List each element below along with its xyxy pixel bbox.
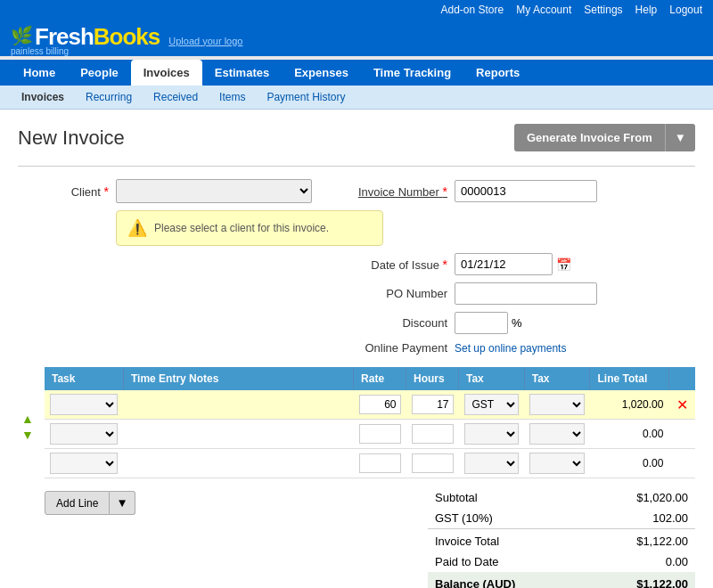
calendar-icon[interactable]: 📅 — [556, 257, 571, 272]
nav-estimates[interactable]: Estimates — [202, 60, 282, 86]
invoice-number-field — [455, 180, 695, 202]
balance-label: Balance (AUD) — [428, 572, 586, 588]
client-invoice-row: Client * Invoice Number * — [18, 179, 695, 203]
nav-reports[interactable]: Reports — [463, 60, 532, 86]
secondary-nav: Invoices Recurring Received Items Paymen… — [0, 86, 713, 110]
row1-tax2 — [524, 390, 590, 420]
add-line-dropdown[interactable]: ▼ — [110, 491, 135, 515]
row2-delete — [668, 420, 695, 449]
page-title: New Invoice — [18, 127, 125, 150]
date-label: Date of Issue * — [356, 257, 455, 272]
generate-invoice-dropdown[interactable]: ▼ — [665, 124, 695, 151]
alert-text: Please select a client for this invoice. — [154, 222, 329, 234]
rate-input-3[interactable] — [359, 453, 401, 473]
my-account-link[interactable]: My Account — [516, 4, 571, 16]
tax1-select-1[interactable]: GST — [464, 394, 520, 415]
primary-nav: Home People Invoices Estimates Expenses … — [0, 60, 713, 86]
percent-sign: % — [512, 316, 522, 330]
task-select-3[interactable] — [50, 453, 118, 474]
subnav-received[interactable]: Received — [143, 86, 209, 109]
hours-input-3[interactable] — [412, 453, 454, 473]
logout-link[interactable]: Logout — [669, 4, 702, 16]
balance-row: Balance (AUD) $1,122.00 — [428, 572, 695, 588]
gst-row: GST (10%) 102.00 — [428, 508, 695, 529]
nav-people[interactable]: People — [68, 60, 131, 86]
subnav-payment-history[interactable]: Payment History — [256, 86, 356, 109]
paid-value: 0.00 — [586, 551, 695, 572]
settings-link[interactable]: Settings — [584, 4, 622, 16]
row1-tax1: GST — [459, 390, 525, 420]
th-tax1: Tax — [459, 367, 525, 390]
hours-input-1[interactable] — [412, 395, 454, 414]
subnav-items[interactable]: Items — [209, 86, 256, 109]
help-link[interactable]: Help — [635, 4, 658, 16]
client-select[interactable] — [116, 179, 312, 203]
rate-input-1[interactable] — [359, 395, 401, 414]
generate-invoice-group: Generate Invoice From ▼ — [514, 124, 695, 151]
bottom-row: Add Line ▼ Subtotal $1,020.00 GST (10%) — [45, 487, 695, 588]
header: 🌿 FreshBooks painless billing Upload you… — [0, 20, 713, 56]
invoice-number-label: Invoice Number * — [356, 184, 455, 199]
subnav-invoices[interactable]: Invoices — [11, 86, 75, 109]
nav-invoices[interactable]: Invoices — [131, 60, 202, 86]
logo-text: FreshBooks — [35, 25, 160, 48]
nav-expenses[interactable]: Expenses — [282, 60, 361, 86]
task-select-1[interactable] — [50, 394, 118, 415]
notes-input-2[interactable] — [128, 425, 348, 443]
row3-tax1 — [459, 449, 525, 478]
subtotal-row: Subtotal $1,020.00 — [428, 487, 695, 508]
page-title-row: New Invoice Generate Invoice From ▼ — [18, 124, 695, 151]
po-label: PO Number — [356, 287, 455, 300]
date-input[interactable] — [455, 253, 553, 275]
generate-invoice-button[interactable]: Generate Invoice From — [514, 124, 665, 151]
subtotal-value: $1,020.00 — [586, 487, 695, 508]
subnav-recurring[interactable]: Recurring — [75, 86, 143, 109]
nav-time-tracking[interactable]: Time Tracking — [361, 60, 463, 86]
tax2-select-1[interactable] — [529, 394, 585, 415]
rate-input-2[interactable] — [359, 424, 401, 444]
move-down-icon[interactable]: ▼ — [21, 428, 34, 442]
tax1-select-3[interactable] — [464, 453, 520, 474]
client-required: * — [104, 184, 109, 199]
po-row: PO Number — [18, 282, 695, 305]
balance-value: $1,122.00 — [586, 572, 695, 588]
invoice-total-row: Invoice Total $1,122.00 — [428, 529, 695, 552]
tax2-select-2[interactable] — [529, 423, 585, 445]
notes-input-3[interactable] — [128, 454, 348, 472]
move-up-icon[interactable]: ▲ — [21, 412, 34, 426]
client-alert: ⚠️ Please select a client for this invoi… — [116, 210, 383, 246]
invoice-form: Client * Invoice Number * ⚠️ Ple — [18, 166, 695, 588]
tax2-select-3[interactable] — [529, 453, 585, 474]
th-tax2: Tax — [524, 367, 590, 390]
hours-input-2[interactable] — [412, 424, 454, 444]
table-row: 0.00 — [45, 420, 695, 449]
delete-row-1-icon[interactable]: ✕ — [676, 397, 688, 412]
add-line-button[interactable]: Add Line — [45, 491, 110, 515]
invoice-number-group: Invoice Number * — [356, 180, 695, 202]
invoice-table-body: GST 1,020.00 ✕ — [45, 390, 695, 478]
upload-logo-link[interactable]: Upload your logo — [168, 36, 242, 46]
addon-store-link[interactable]: Add-on Store — [441, 4, 504, 16]
logo-leaf-icon: 🌿 — [11, 25, 33, 46]
discount-input[interactable] — [455, 312, 508, 334]
invoice-number-input[interactable] — [455, 180, 597, 202]
row1-rate — [354, 390, 406, 420]
nav-home[interactable]: Home — [11, 60, 68, 86]
th-notes: Time Entry Notes — [123, 367, 353, 390]
notes-input-1[interactable] — [128, 396, 348, 413]
po-group: PO Number — [356, 282, 695, 305]
setup-online-payments-link[interactable]: Set up online payments — [455, 342, 566, 355]
table-row: 0.00 — [45, 449, 695, 478]
th-rate: Rate — [354, 367, 406, 390]
invoice-table: Task Time Entry Notes Rate Hours Tax Tax… — [45, 367, 695, 478]
table-row: GST 1,020.00 ✕ — [45, 390, 695, 420]
task-select-2[interactable] — [50, 423, 118, 445]
tax1-select-2[interactable] — [464, 423, 520, 445]
po-input[interactable] — [455, 282, 597, 305]
invoice-total-label: Invoice Total — [428, 529, 586, 552]
discount-group: Discount % — [356, 312, 695, 334]
add-line-group: Add Line ▼ — [45, 491, 135, 515]
row3-rate — [354, 449, 406, 478]
discount-row: Discount % — [18, 312, 695, 334]
row2-task — [45, 420, 123, 449]
